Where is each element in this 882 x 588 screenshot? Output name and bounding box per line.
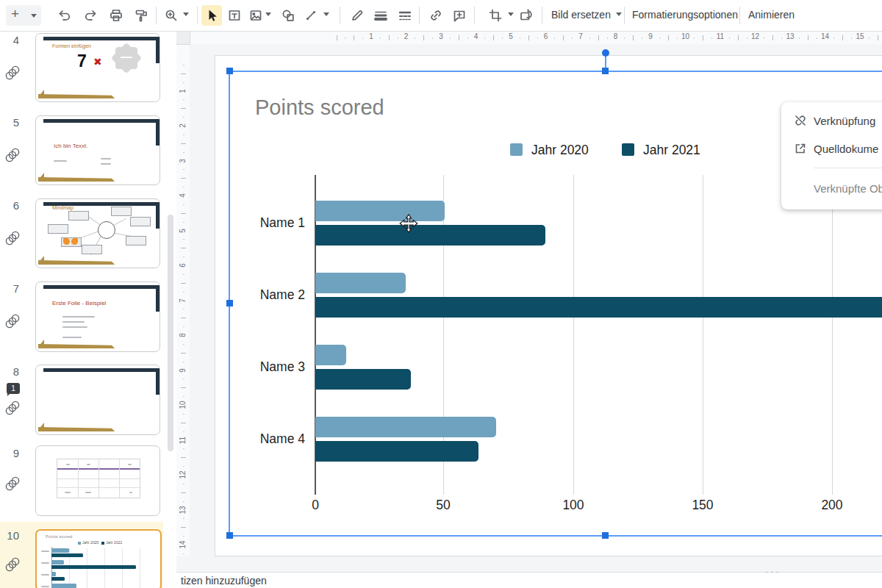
transition-icon bbox=[4, 476, 21, 492]
x-tick-label: 150 bbox=[681, 498, 725, 513]
ruler-number: 2 bbox=[179, 123, 187, 128]
legend-label-2021: Jahr 2021 bbox=[643, 143, 700, 158]
slide-number: 10 bbox=[0, 529, 19, 542]
thumb-title: Ich bin Texxt. bbox=[54, 143, 88, 149]
resize-handle-top-middle[interactable] bbox=[602, 68, 609, 74]
chevron-down-icon bbox=[31, 14, 37, 18]
ruler-number: 3 bbox=[439, 32, 443, 40]
slide-number: 6 bbox=[0, 199, 19, 212]
menu-item-open-source[interactable]: Quelldokume bbox=[781, 135, 882, 162]
insert-image-button[interactable] bbox=[245, 5, 266, 26]
line-tool-button[interactable] bbox=[301, 5, 321, 26]
line-weight-button[interactable] bbox=[370, 5, 391, 26]
toolbar: + Bild ersetzen Formatierungsoptionen An… bbox=[0, 0, 882, 32]
bar-jahr-2020-name-3 bbox=[315, 345, 346, 365]
ruler-number: 10 bbox=[179, 401, 187, 409]
zoom-caret-icon[interactable] bbox=[183, 12, 189, 16]
border-color-button[interactable] bbox=[347, 5, 368, 26]
toolbar-separator bbox=[419, 7, 420, 24]
rotation-handle[interactable] bbox=[602, 49, 609, 57]
transition-icon bbox=[4, 314, 21, 330]
comment-badge[interactable]: 1 bbox=[7, 383, 20, 394]
template-accent-bar bbox=[38, 94, 115, 98]
selection-border-bottom bbox=[229, 535, 882, 537]
cursor-icon bbox=[204, 8, 219, 23]
ruler-number: 7 bbox=[179, 298, 187, 303]
print-button[interactable] bbox=[106, 5, 126, 26]
line-dash-button[interactable] bbox=[395, 5, 415, 26]
slide-thumbnail-5[interactable]: Ich bin Texxt. bbox=[35, 115, 160, 185]
legend-swatch-2021 bbox=[622, 143, 634, 156]
resize-handle-top-left[interactable] bbox=[226, 68, 233, 74]
reset-image-button[interactable] bbox=[516, 5, 537, 26]
image-caret-icon[interactable] bbox=[265, 12, 271, 16]
link-off-icon bbox=[793, 113, 808, 128]
zoom-button[interactable] bbox=[161, 5, 182, 26]
ruler-corner bbox=[176, 31, 190, 45]
thumb-big-number: 7 bbox=[77, 51, 87, 71]
slide-thumbnail-10-selected[interactable]: Points scored Jahr 2020 Jahr 2021 bbox=[35, 529, 162, 588]
format-options-button[interactable]: Formatierungsoptionen bbox=[632, 9, 738, 21]
thumb-bar bbox=[51, 584, 76, 588]
ruler-number: 2 bbox=[404, 32, 409, 40]
line-caret-icon[interactable] bbox=[323, 12, 329, 16]
bar-jahr-2020-name-2 bbox=[315, 273, 406, 293]
resize-handle-bottom-left[interactable] bbox=[226, 532, 233, 539]
add-slide-button[interactable]: + bbox=[6, 5, 41, 26]
slide-thumbnail-6[interactable]: Mindmap bbox=[35, 198, 160, 268]
toolbar-separator bbox=[624, 7, 625, 24]
slide-filmstrip: 4 Formen einfügen 7 ✖ 5 Ich bin Texxt. 6… bbox=[0, 31, 176, 588]
slide-thumbnail-8[interactable] bbox=[35, 365, 160, 435]
zoom-icon bbox=[164, 8, 179, 23]
mindmap-center bbox=[98, 221, 115, 239]
mindmap-node bbox=[48, 224, 68, 234]
orange-shape bbox=[71, 238, 78, 245]
filmstrip-scrollbar[interactable] bbox=[168, 215, 173, 451]
reset-image-icon bbox=[519, 8, 534, 23]
mini-table bbox=[57, 459, 140, 498]
linked-chart-context-menu: Verknüpfung Quelldokume Verknüpfte Ob bbox=[781, 102, 882, 209]
plus-icon: + bbox=[11, 6, 19, 22]
menu-item-unlink[interactable]: Verknüpfung bbox=[781, 107, 882, 135]
crop-button[interactable] bbox=[485, 5, 506, 26]
resize-handle-middle-left[interactable] bbox=[226, 300, 233, 306]
redo-button[interactable] bbox=[80, 5, 101, 26]
mindmap-node bbox=[82, 245, 102, 254]
move-cursor bbox=[399, 214, 418, 233]
transition-icon bbox=[4, 148, 21, 164]
slide-thumbnail-7[interactable]: Erste Folie - Beispiel bbox=[35, 282, 160, 352]
ruler-number: 5 bbox=[179, 229, 187, 233]
speaker-notes-area[interactable]: tizen hinzuzufügen bbox=[176, 573, 882, 588]
slide-canvas[interactable]: Points scored Jahr 2020 Jahr 2021 Name 1… bbox=[176, 44, 882, 556]
slide-thumbnail-4[interactable]: Formen einfügen 7 ✖ bbox=[35, 33, 160, 102]
slide-thumbnail-9[interactable] bbox=[35, 445, 160, 516]
toolbar-separator bbox=[542, 7, 542, 24]
slide-number: 8 bbox=[0, 365, 19, 378]
toolbar-separator bbox=[340, 7, 340, 24]
paint-format-button[interactable] bbox=[131, 5, 151, 26]
thumb-bar bbox=[51, 577, 65, 581]
text-box-button[interactable] bbox=[224, 5, 245, 26]
menu-divider bbox=[814, 168, 882, 168]
slide-number: 5 bbox=[0, 116, 19, 129]
transition-icon bbox=[4, 557, 21, 573]
shape-icon bbox=[281, 8, 295, 23]
shape-button[interactable] bbox=[278, 5, 298, 26]
animate-button[interactable]: Animieren bbox=[748, 9, 795, 21]
ruler-number: 4 bbox=[179, 193, 187, 198]
mindmap-node bbox=[130, 217, 151, 226]
menu-item-linked-objects[interactable]: Verknüpfte Ob bbox=[781, 174, 882, 202]
thumb-bar bbox=[51, 548, 69, 553]
select-tool-button[interactable] bbox=[201, 5, 222, 26]
undo-button[interactable] bbox=[54, 5, 75, 26]
resize-handle-bottom-middle[interactable] bbox=[602, 532, 609, 539]
print-icon bbox=[109, 8, 123, 23]
crop-caret-icon[interactable] bbox=[508, 12, 514, 16]
insert-link-button[interactable] bbox=[426, 5, 446, 26]
replace-image-caret-icon[interactable] bbox=[616, 12, 622, 16]
comment-icon bbox=[452, 8, 467, 23]
replace-image-button[interactable]: Bild ersetzen bbox=[551, 9, 611, 21]
add-comment-button[interactable] bbox=[449, 5, 470, 26]
slide-number: 4 bbox=[0, 34, 19, 46]
transition-icon bbox=[4, 65, 21, 82]
